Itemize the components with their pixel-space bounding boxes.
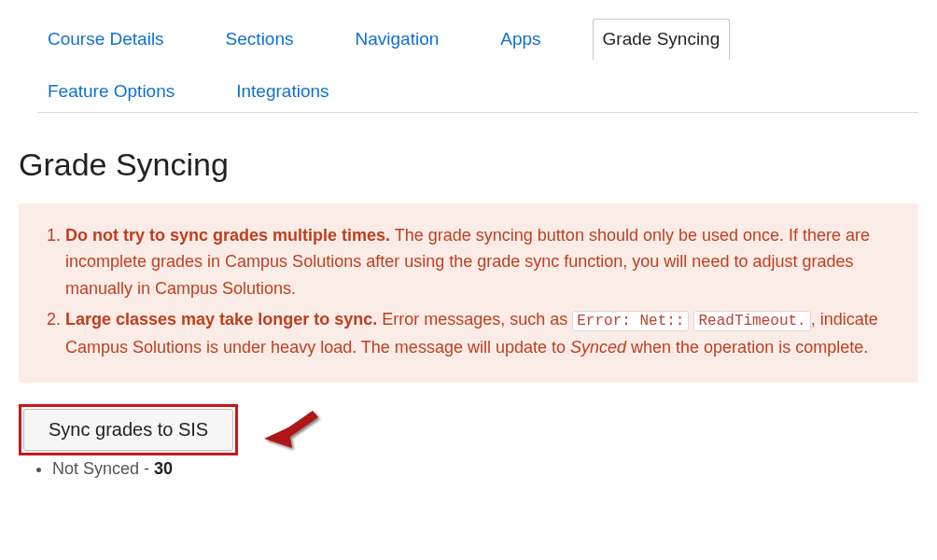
page-container: Course Details Sections Navigation Apps … — [0, 0, 937, 497]
tab-label: Feature Options — [48, 81, 175, 101]
warning-em: Synced — [570, 338, 626, 357]
tab-label: Integrations — [236, 81, 329, 101]
warning-box: Do not try to sync grades multiple times… — [19, 203, 918, 384]
status-count: 30 — [154, 459, 173, 478]
warning-text-2a: Error messages, such as — [377, 310, 572, 329]
tab-integrations[interactable]: Integrations — [226, 71, 339, 113]
tab-sections[interactable]: Sections — [216, 19, 304, 61]
warning-item-1: Do not try to sync grades multiple times… — [65, 222, 890, 302]
tab-feature-options[interactable]: Feature Options — [37, 71, 185, 113]
status-label: Not Synced - — [52, 459, 154, 478]
tab-course-details[interactable]: Course Details — [37, 19, 175, 61]
tab-navigation[interactable]: Navigation — [344, 19, 449, 61]
settings-tabs: Course Details Sections Navigation Apps … — [37, 19, 918, 113]
arrow-annotation-icon — [257, 401, 322, 457]
error-code-1: Error: Net:: — [572, 311, 689, 331]
tab-grade-syncing[interactable]: Grade Syncing — [593, 19, 731, 61]
warning-strong-1: Do not try to sync grades multiple times… — [65, 226, 390, 245]
page-title: Grade Syncing — [19, 147, 918, 183]
tab-label: Navigation — [355, 29, 439, 49]
tab-label: Grade Syncing — [603, 29, 720, 49]
status-not-synced: Not Synced - 30 — [52, 459, 918, 479]
tab-apps[interactable]: Apps — [490, 19, 551, 61]
tab-label: Course Details — [48, 29, 164, 49]
sync-action-row: Sync grades to SIS — [19, 401, 918, 457]
error-code-2: ReadTimeout. — [693, 311, 810, 331]
sync-status-list: Not Synced - 30 — [19, 459, 918, 479]
tab-label: Apps — [500, 29, 540, 49]
tab-label: Sections — [226, 29, 294, 49]
sync-grades-button[interactable]: Sync grades to SIS — [23, 409, 233, 451]
warning-text-2c: when the operation is complete. — [626, 338, 868, 357]
warning-strong-2: Large classes may take longer to sync. — [65, 310, 377, 329]
warning-item-2: Large classes may take longer to sync. E… — [65, 306, 890, 360]
button-highlight-box: Sync grades to SIS — [19, 404, 238, 455]
